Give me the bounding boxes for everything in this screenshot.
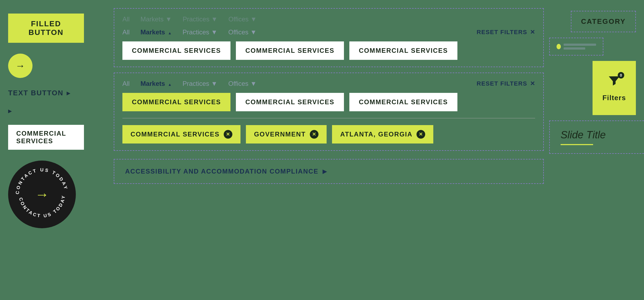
- category-label: CATEGORY: [581, 17, 626, 26]
- tag-commercial-2[interactable]: COMMERCIAL SERVICES: [236, 41, 344, 60]
- slide-title-underline: [561, 144, 593, 145]
- tag-atlanta-active[interactable]: ATLANTA, GEORGIA ✕: [332, 125, 433, 144]
- tag-commercial-services-label: COMMERCIAL SERVICES: [131, 131, 220, 138]
- filter-markets-1[interactable]: Markets ▲: [141, 28, 172, 36]
- reset-filters-1[interactable]: RESET FILTERS ✕: [477, 29, 535, 36]
- accessibility-link[interactable]: ACCESSIBILITY AND ACCOMMODATION COMPLIAN…: [125, 168, 327, 175]
- radio-box: [549, 38, 603, 56]
- contact-arrow-icon: →: [35, 186, 49, 203]
- tag-commercial-5[interactable]: COMMERCIAL SERVICES: [349, 93, 457, 111]
- tag-commercial-1[interactable]: COMMERCIAL SERVICES: [122, 41, 230, 60]
- filter-markets-faded-1[interactable]: Markets ▼: [141, 15, 172, 23]
- tag-commercial-3[interactable]: COMMERCIAL SERVICES: [349, 41, 457, 60]
- tag-atlanta-label: ATLANTA, GEORGIA: [340, 131, 412, 138]
- active-tags-row: COMMERCIAL SERVICES ✕ GOVERNMENT ✕ ATLAN…: [122, 125, 535, 144]
- filter-all-1[interactable]: All: [122, 28, 130, 36]
- category-box: CATEGORY: [571, 11, 636, 32]
- text-button-arrow-icon: ▶: [67, 90, 70, 96]
- markets-up-arrow-icon-2: ▲: [168, 82, 172, 87]
- tag-government-label: GOVERNMENT: [254, 131, 306, 138]
- circle-arrow-button[interactable]: →: [8, 54, 32, 78]
- filter-icon-container: 0: [607, 74, 621, 90]
- filter-section-2: All Markets ▲ Practices ▼ Offices ▼ RESE…: [114, 73, 544, 151]
- reset-x-icon-2: ✕: [530, 80, 535, 87]
- filter-all-2[interactable]: All: [122, 80, 130, 87]
- accessibility-arrow-icon: ▶: [323, 168, 327, 175]
- offices-arrow-icon: ▼: [250, 28, 257, 36]
- radio-row: [557, 44, 596, 50]
- practices-arrow-icon-2: ▼: [211, 80, 217, 87]
- filter-practices-faded-1[interactable]: Practices ▼: [183, 15, 217, 23]
- reset-x-icon-1: ✕: [530, 29, 535, 36]
- offices-arrow-icon-2: ▼: [250, 80, 257, 87]
- filter-bar-active-1: All Markets ▲ Practices ▼ Offices ▼ RESE…: [122, 28, 535, 36]
- reset-filters-label-2: RESET FILTERS: [477, 80, 527, 87]
- filter-bar-active-2: All Markets ▲ Practices ▼ Offices ▼ RESE…: [122, 80, 535, 87]
- contact-circle-button[interactable]: CONTACT US TODAY . CONTACT US TODAY . →: [8, 161, 76, 228]
- slide-title-text: Slide Title: [561, 129, 606, 141]
- practices-arrow-icon: ▼: [211, 15, 218, 23]
- filter-section-1: All Markets ▼ Practices ▼ Offices ▼ All …: [114, 8, 544, 67]
- filter-markets-2[interactable]: Markets ▲: [141, 80, 172, 87]
- filters-label: Filters: [602, 94, 626, 102]
- small-arrow-container: ▶: [8, 108, 108, 114]
- offices-arrow-icon: ▼: [251, 15, 257, 23]
- tag-commercial-services-active[interactable]: COMMERCIAL SERVICES ✕: [122, 125, 240, 144]
- text-button-label[interactable]: TEXT BUTTON: [8, 89, 63, 97]
- filter-offices-1[interactable]: Offices ▼: [228, 28, 257, 36]
- tag-commercial-4[interactable]: COMMERCIAL SERVICES: [236, 93, 344, 111]
- filter-offices-faded-1[interactable]: Offices ▼: [229, 15, 257, 23]
- tag-item[interactable]: COMMERCIAL SERVICES: [8, 125, 84, 150]
- filters-button[interactable]: 0 Filters: [593, 61, 636, 115]
- filter-badge: 0: [618, 72, 624, 79]
- reset-filters-2[interactable]: RESET FILTERS ✕: [477, 80, 535, 87]
- radio-lines: [564, 44, 596, 50]
- filter-offices-2[interactable]: Offices ▼: [228, 80, 257, 87]
- small-arrow-icon: ▶: [8, 108, 12, 114]
- markets-up-arrow-icon: ▲: [168, 31, 172, 35]
- filter-bar-faded-1: All Markets ▼ Practices ▼ Offices ▼: [122, 15, 535, 23]
- filled-button[interactable]: FILLED BUTTON: [8, 14, 84, 43]
- tags-row-2: COMMERCIAL SERVICES COMMERCIAL SERVICES …: [122, 93, 535, 111]
- accessibility-section: ACCESSIBILITY AND ACCOMMODATION COMPLIAN…: [114, 159, 544, 184]
- filter-practices-2[interactable]: Practices ▼: [183, 80, 217, 87]
- radio-line-1: [564, 44, 596, 46]
- radio-line-2: [564, 47, 585, 50]
- tag-commercial-yellow[interactable]: COMMERCIAL SERVICES: [122, 93, 230, 111]
- tag-government-x-icon[interactable]: ✕: [310, 130, 318, 139]
- tag-atlanta-x-icon[interactable]: ✕: [417, 130, 425, 139]
- slide-title-box: Slide Title: [549, 120, 644, 154]
- text-button-container: TEXT BUTTON ▶: [8, 89, 108, 97]
- filter-all-faded-1[interactable]: All: [122, 15, 130, 23]
- accessibility-label: ACCESSIBILITY AND ACCOMMODATION COMPLIAN…: [125, 168, 318, 175]
- tag-commercial-services-x-icon[interactable]: ✕: [224, 130, 232, 139]
- reset-filters-label-1: RESET FILTERS: [477, 29, 527, 36]
- radio-dot[interactable]: [557, 44, 561, 49]
- markets-arrow-icon: ▼: [165, 15, 172, 23]
- divider-1: [122, 118, 535, 118]
- arrow-right-icon: →: [15, 60, 25, 71]
- filter-practices-1[interactable]: Practices ▼: [183, 28, 217, 36]
- practices-arrow-icon: ▼: [211, 28, 217, 36]
- tag-government-active[interactable]: GOVERNMENT ✕: [246, 125, 327, 144]
- tags-row-1: COMMERCIAL SERVICES COMMERCIAL SERVICES …: [122, 41, 535, 60]
